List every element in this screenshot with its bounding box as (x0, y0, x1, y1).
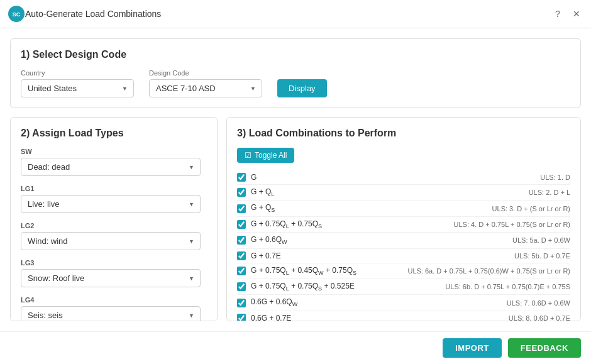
design-code-select[interactable]: ASCE 7-10 ASD ASCE 7-10 LRFD ASCE 7-16 A… (149, 79, 262, 97)
combo-formula-2: G + QL (251, 187, 524, 197)
lg3-field-group: LG3 Snow: Roof live (21, 259, 207, 287)
help-button[interactable]: ? (551, 7, 565, 21)
section1-body: Country United States Australia Canada U… (21, 69, 570, 97)
lg4-label: LG4 (21, 296, 207, 304)
combo-checkbox-8[interactable] (237, 282, 246, 291)
country-label: Country (21, 69, 134, 77)
combo-row-2: G + QL ULS: 2. D + L (237, 185, 570, 201)
lower-sections: 2) Assign Load Types SW Dead: dead LG1 L… (10, 117, 581, 321)
country-select[interactable]: United States Australia Canada UK Europe (21, 79, 134, 97)
combo-formula-5: G + 0.6QW (251, 235, 507, 245)
display-button[interactable]: Display (277, 79, 327, 97)
combo-row-9: 0.6G + 0.6QW ULS: 7. 0.6D + 0.6W (237, 295, 570, 311)
combo-formula-7: G + 0.75QL + 0.45QW + 0.75QS (251, 266, 402, 276)
combo-checkbox-4[interactable] (237, 220, 246, 229)
combo-uls-5: ULS: 5a. D + 0.6W (512, 236, 570, 244)
combo-row-3: G + QS ULS: 3. D + (S or Lr or R) (237, 201, 570, 216)
titlebar-actions: ? ✕ (551, 7, 583, 21)
lg4-select[interactable]: Seis: seis (21, 306, 201, 321)
combo-checkbox-5[interactable] (237, 236, 246, 245)
combo-uls-8: ULS: 6b. D + 0.75L + 0.75(0.7)E + 0.75S (445, 283, 570, 290)
combo-uls-1: ULS: 1. D (540, 174, 570, 181)
section3-title: 3) Load Combinations to Perform (237, 128, 570, 139)
combo-formula-4: G + 0.75QL + 0.75QS (251, 219, 449, 229)
combo-formula-9: 0.6G + 0.6QW (251, 297, 502, 307)
import-button[interactable]: IMPORT (443, 338, 502, 358)
lg3-label: LG3 (21, 259, 207, 267)
country-field-group: Country United States Australia Canada U… (21, 69, 134, 97)
svg-text:SC: SC (13, 11, 21, 18)
section1-card: 1) Select Design Code Country United Sta… (10, 38, 581, 108)
lg2-select-wrapper: Wind: wind (21, 232, 201, 250)
combo-checkbox-6[interactable] (237, 251, 246, 260)
combo-uls-7: ULS: 6a. D + 0.75L + 0.75(0.6)W + 0.75(S… (407, 267, 570, 275)
footer-bar: IMPORT FEEDBACK (0, 331, 591, 364)
country-select-wrapper: United States Australia Canada UK Europe (21, 79, 134, 97)
lg1-field-group: LG1 Live: live (21, 185, 207, 213)
combo-row-6: G + 0.7E ULS: 5b. D + 0.7E (237, 249, 570, 263)
titlebar: SC Auto-Generate Load Combinations ? ✕ (0, 0, 591, 28)
design-code-label: Design Code (149, 69, 262, 77)
lg2-label: LG2 (21, 222, 207, 229)
combo-checkbox-7[interactable] (237, 267, 246, 275)
lg2-field-group: LG2 Wind: wind (21, 222, 207, 250)
combo-row-5: G + 0.6QW ULS: 5a. D + 0.6W (237, 233, 570, 248)
lg4-field-group: LG4 Seis: seis (21, 296, 207, 321)
lg1-select[interactable]: Live: live (21, 195, 201, 213)
main-window: SC Auto-Generate Load Combinations ? ✕ 1… (0, 0, 591, 364)
section2-card: 2) Assign Load Types SW Dead: dead LG1 L… (10, 117, 218, 321)
combo-checkbox-10[interactable] (237, 314, 246, 321)
lg2-select[interactable]: Wind: wind (21, 232, 201, 250)
combo-row-4: G + 0.75QL + 0.75QS ULS: 4. D + 0.75L + … (237, 217, 570, 233)
design-code-field-group: Design Code ASCE 7-10 ASD ASCE 7-10 LRFD… (149, 69, 262, 97)
combo-row-1: G ULS: 1. D (237, 170, 570, 185)
skyciv-logo: SC (8, 5, 25, 23)
combo-row-7: G + 0.75QL + 0.45QW + 0.75QS ULS: 6a. D … (237, 263, 570, 279)
combo-formula-10: 0.6G + 0.7E (251, 314, 504, 321)
section2-title: 2) Assign Load Types (21, 128, 207, 139)
combo-uls-10: ULS: 8. 0.6D + 0.7E (509, 314, 570, 321)
close-button[interactable]: ✕ (570, 7, 583, 21)
combo-formula-3: G + QS (251, 203, 487, 213)
sw-field-group: SW Dead: dead (21, 148, 207, 176)
section1-title: 1) Select Design Code (21, 49, 570, 60)
lg1-select-wrapper: Live: live (21, 195, 201, 213)
combo-row-8: G + 0.75QL + 0.75QS + 0.525E ULS: 6b. D … (237, 279, 570, 295)
toggle-all-button[interactable]: ☑ Toggle All (237, 148, 294, 163)
lg3-select-wrapper: Snow: Roof live (21, 269, 201, 287)
combo-uls-3: ULS: 3. D + (S or Lr or R) (492, 205, 570, 212)
combo-row-10: 0.6G + 0.7E ULS: 8. 0.6D + 0.7E (237, 311, 570, 321)
combo-uls-2: ULS: 2. D + L (529, 189, 570, 196)
feedback-button[interactable]: FEEDBACK (508, 338, 581, 358)
combo-formula-8: G + 0.75QL + 0.75QS + 0.525E (251, 282, 440, 292)
lg1-label: LG1 (21, 185, 207, 192)
combo-formula-6: G + 0.7E (251, 251, 509, 260)
toggle-all-label: Toggle All (255, 151, 287, 160)
combo-uls-9: ULS: 7. 0.6D + 0.6W (507, 299, 570, 307)
combo-checkbox-1[interactable] (237, 173, 246, 182)
combo-uls-6: ULS: 5b. D + 0.7E (514, 252, 570, 260)
sw-select-wrapper: Dead: dead (21, 158, 201, 176)
combo-uls-4: ULS: 4. D + 0.75L + 0.75(S or Lr or R) (454, 221, 570, 228)
combo-checkbox-9[interactable] (237, 299, 246, 307)
combo-formula-1: G (251, 173, 535, 182)
sw-select[interactable]: Dead: dead (21, 158, 201, 176)
design-code-select-wrapper: ASCE 7-10 ASD ASCE 7-10 LRFD ASCE 7-16 A… (149, 79, 262, 97)
combo-checkbox-2[interactable] (237, 188, 246, 197)
window-title: Auto-Generate Load Combinations (25, 9, 551, 19)
toggle-all-icon: ☑ (245, 151, 251, 160)
lg4-select-wrapper: Seis: seis (21, 306, 201, 321)
combo-checkbox-3[interactable] (237, 204, 246, 213)
lg3-select[interactable]: Snow: Roof live (21, 269, 201, 287)
section3-card: 3) Load Combinations to Perform ☑ Toggle… (226, 117, 581, 321)
sw-label: SW (21, 148, 207, 155)
main-content: 1) Select Design Code Country United Sta… (0, 28, 591, 331)
